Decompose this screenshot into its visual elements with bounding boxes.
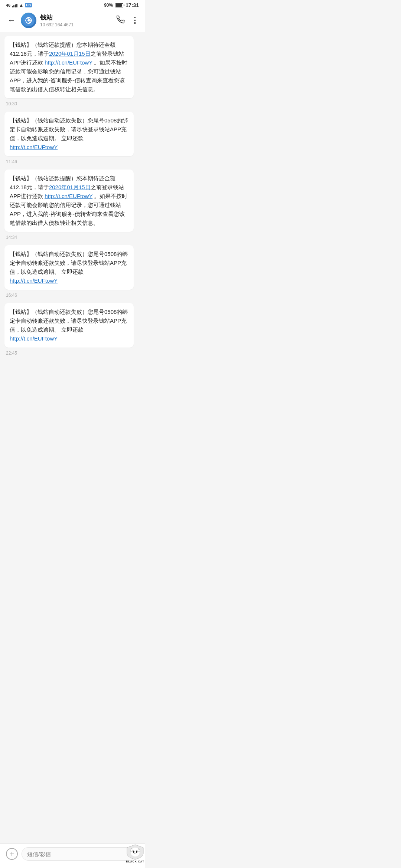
- message-text: 【钱站】（钱站自动还款失败）您尾号0508的绑定卡自动转账还款失败，请尽快登录钱…: [10, 117, 128, 150]
- message-time: 22:45: [4, 349, 140, 361]
- status-left: 46 ▲ HD: [6, 3, 32, 8]
- url-link[interactable]: http://t.cn/EUFtowY: [45, 193, 92, 199]
- battery-percent: 90%: [104, 3, 113, 8]
- url-link[interactable]: http://t.cn/EUFtowY: [45, 59, 92, 66]
- message-time: 10:30: [4, 100, 140, 112]
- contact-number: 10 692 164 4671: [40, 22, 117, 27]
- url-link[interactable]: http://t.cn/EUFtowY: [10, 277, 58, 284]
- svg-point-1: [27, 19, 30, 22]
- avatar-logo: [23, 14, 35, 26]
- date-link[interactable]: 2020年01月15日: [49, 184, 91, 190]
- network-type: 46: [6, 3, 10, 7]
- message-time: 11:46: [4, 158, 140, 170]
- more-button[interactable]: ⋮: [131, 16, 139, 25]
- message-time: 14:34: [4, 233, 140, 245]
- message-time: 16:46: [4, 291, 140, 303]
- message-bubble: 【钱站】（钱站还款提醒）您本期待还金额412.18元，请于2020年01月15日…: [4, 170, 134, 232]
- battery-icon: [115, 3, 123, 7]
- signal-icon: [12, 3, 17, 7]
- message-text: 【钱站】（钱站还款提醒）您本期待还金额412.18元，请于2020年01月15日…: [10, 42, 127, 92]
- contact-info: 钱站 10 692 164 4671: [40, 13, 117, 27]
- back-button[interactable]: ←: [6, 15, 17, 26]
- message-text: 【钱站】（钱站自动还款失败）您尾号0508的绑定卡自动转账还款失败，请尽快登录钱…: [10, 251, 128, 284]
- message-bubble: 【钱站】（钱站自动还款失败）您尾号0508的绑定卡自动转账还款失败，请尽快登录钱…: [4, 112, 134, 156]
- data-icon: HD: [25, 3, 32, 7]
- url-link[interactable]: http://t.cn/EUFtowY: [10, 144, 58, 150]
- header-actions: ⋮: [117, 16, 139, 26]
- status-bar: 46 ▲ HD 90% 17:31: [0, 0, 145, 10]
- avatar: [21, 13, 36, 28]
- wifi-icon: ▲: [19, 3, 23, 8]
- url-link[interactable]: http://t.cn/EUFtowY: [10, 335, 58, 342]
- messages-container: 【钱站】（钱站还款提醒）您本期待还金额412.18元，请于2020年01月15日…: [0, 32, 145, 365]
- message-text: 【钱站】（钱站自动还款失败）您尾号0508的绑定卡自动转账还款失败，请尽快登录钱…: [10, 309, 128, 342]
- date-link[interactable]: 2020年01月15日: [49, 50, 91, 57]
- header: ← 钱站 10 692 164 4671 ⋮: [0, 10, 145, 32]
- status-right: 90% 17:31: [104, 2, 139, 8]
- message-text: 【钱站】（钱站还款提醒）您本期待还金额412.18元，请于2020年01月15日…: [10, 175, 127, 226]
- messages-list: 【钱站】（钱站还款提醒）您本期待还金额412.18元，请于2020年01月15日…: [0, 32, 145, 394]
- message-bubble: 【钱站】（钱站自动还款失败）您尾号0508的绑定卡自动转账还款失败，请尽快登录钱…: [4, 245, 134, 290]
- message-bubble: 【钱站】（钱站还款提醒）您本期待还金额412.18元，请于2020年01月15日…: [4, 36, 134, 98]
- contact-name: 钱站: [40, 13, 117, 22]
- message-bubble: 【钱站】（钱站自动还款失败）您尾号0508的绑定卡自动转账还款失败，请尽快登录钱…: [4, 303, 134, 348]
- call-button[interactable]: [117, 16, 125, 26]
- clock: 17:31: [125, 2, 139, 8]
